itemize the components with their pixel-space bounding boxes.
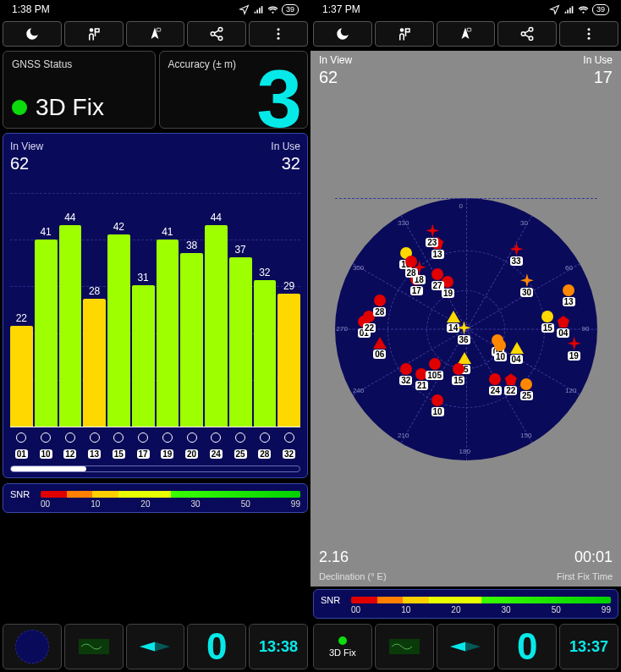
- svg-point-3: [212, 32, 216, 36]
- snr-tick: 00: [41, 499, 91, 509]
- bar-value: 42: [107, 221, 130, 233]
- bar-chart-scrollbar[interactable]: [10, 465, 300, 472]
- satellite-marker: 15: [541, 311, 554, 333]
- svg-point-13: [530, 28, 534, 32]
- degree-label: 0: [459, 202, 463, 210]
- snr-ticks: 001020305099: [351, 605, 611, 614]
- in-use-value: 17: [594, 68, 613, 87]
- bar-value: 22: [10, 312, 33, 324]
- share-button[interactable]: [497, 21, 557, 47]
- night-mode-button[interactable]: [3, 21, 62, 47]
- satellite-marker: 10: [494, 339, 507, 361]
- nav-radar-tab[interactable]: [3, 624, 62, 669]
- svg-rect-1: [157, 28, 162, 31]
- svg-marker-20: [450, 642, 465, 652]
- bar: 29: [278, 294, 300, 427]
- bar: 42: [107, 234, 130, 427]
- mark-location-button[interactable]: [64, 21, 124, 47]
- accuracy-value: 3: [257, 58, 302, 140]
- nav-compass-tab[interactable]: [437, 624, 496, 669]
- accuracy-card[interactable]: Accuracy (± m) 3: [159, 51, 309, 129]
- svg-point-14: [522, 32, 526, 36]
- snr-label: SNR: [10, 489, 36, 499]
- degree-label: 300: [353, 264, 364, 272]
- location-icon: [239, 4, 250, 15]
- info-cards: GNSS Status 3D Fix Accuracy (± m) 3: [0, 48, 310, 130]
- nav-time-tab[interactable]: 13:38: [249, 624, 308, 669]
- degree-label: 330: [398, 219, 409, 227]
- battery-badge: 39: [282, 4, 299, 15]
- nav-radar-tab[interactable]: 3D Fix: [313, 624, 372, 669]
- satellite-marker: 33: [510, 242, 524, 266]
- first-fix-label: First Fix Time: [557, 571, 613, 581]
- gnss-label: GNSS Status: [12, 58, 146, 70]
- compass-lock-button[interactable]: [437, 21, 496, 47]
- wifi-icon: [578, 4, 589, 15]
- menu-button[interactable]: [249, 21, 308, 47]
- night-mode-button[interactable]: [313, 21, 372, 47]
- mark-location-button[interactable]: [375, 21, 434, 47]
- satellite-marker: 04: [510, 342, 524, 364]
- nav-time-tab[interactable]: 13:37: [559, 624, 618, 669]
- gnss-status-card[interactable]: GNSS Status 3D Fix: [3, 51, 156, 129]
- in-view-label: In View: [10, 140, 43, 152]
- clock: 1:38 PM: [12, 3, 50, 15]
- nav-speed-tab[interactable]: 0: [187, 624, 246, 669]
- nav-compass-tab[interactable]: [126, 624, 185, 669]
- svg-point-17: [588, 33, 591, 36]
- bar-label: 28: [254, 432, 277, 460]
- satellite-marker: 30: [520, 273, 534, 297]
- satellite-marker: 24: [489, 373, 502, 395]
- nav-map-tab[interactable]: [64, 624, 124, 669]
- satellite-marker: 23: [426, 223, 439, 247]
- in-use-label: In Use: [271, 140, 300, 152]
- menu-button[interactable]: [559, 21, 618, 47]
- bar-label: 24: [205, 432, 228, 460]
- signal-icon: [563, 4, 574, 15]
- snr-tick: 50: [241, 499, 291, 509]
- status-bar: 1:38 PM 39: [0, 0, 310, 19]
- worldmap-icon: [79, 631, 109, 662]
- screen-left: 1:38 PM 39 GNSS Status 3D Fix Accuracy (…: [0, 0, 310, 672]
- bar-value: 29: [278, 280, 300, 292]
- first-fix-value: 00:01: [574, 548, 613, 566]
- nav-speed-tab[interactable]: 0: [497, 624, 557, 669]
- compass-needle-icon: [140, 631, 170, 662]
- clock: 1:37 PM: [322, 3, 360, 15]
- toolbar: [310, 19, 621, 48]
- bar-label: 19: [157, 432, 179, 460]
- bar-value: 41: [157, 226, 179, 238]
- share-button[interactable]: [187, 21, 246, 47]
- signal-icon: [253, 4, 264, 15]
- bar-chart: 224144284231413844373229: [10, 198, 300, 427]
- svg-point-6: [278, 33, 280, 36]
- satellite-marker: 15: [452, 363, 464, 385]
- snr-tick: 20: [451, 605, 501, 614]
- satellite-marker: 25: [520, 378, 533, 400]
- satellite-marker: 04: [557, 316, 569, 338]
- sky-view-panel[interactable]: In View In Use 62 17 0306090120150180210…: [310, 51, 621, 587]
- bar-label: 17: [132, 432, 155, 460]
- bar-value: 37: [229, 244, 252, 256]
- nav-map-tab[interactable]: [375, 624, 434, 669]
- degree-label: 90: [582, 325, 590, 333]
- degree-label: 240: [353, 387, 364, 394]
- bar: 44: [59, 225, 82, 427]
- scrollbar-thumb[interactable]: [11, 466, 86, 471]
- snr-bar-panel[interactable]: In View In Use 62 32 2241442842314138443…: [3, 133, 308, 478]
- bar-value: 31: [132, 272, 155, 284]
- svg-point-0: [89, 28, 93, 32]
- snr-tick: 10: [401, 605, 451, 614]
- svg-marker-10: [155, 642, 170, 652]
- in-view-value: 62: [10, 154, 29, 174]
- svg-marker-9: [140, 642, 155, 652]
- snr-tick: 00: [351, 605, 401, 614]
- bar-value: 38: [180, 240, 203, 251]
- svg-rect-8: [79, 639, 109, 654]
- in-use-label: In Use: [583, 54, 613, 66]
- svg-point-16: [588, 28, 591, 30]
- compass-lock-button[interactable]: [126, 21, 185, 47]
- bar-value: 32: [254, 267, 277, 278]
- snr-tick: 99: [602, 605, 611, 614]
- snr-tick: 10: [91, 499, 140, 509]
